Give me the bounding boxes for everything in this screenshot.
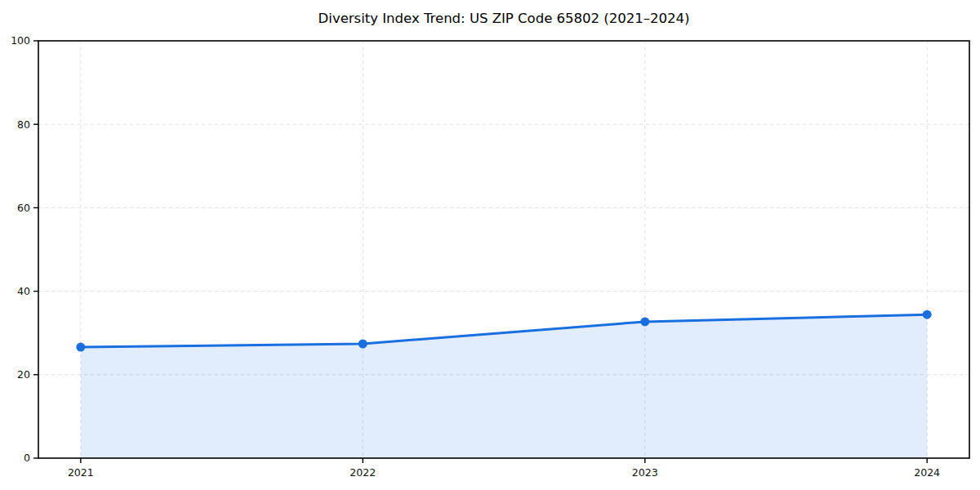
area-fill-path bbox=[81, 314, 927, 458]
line-chart-svg: 0204060801002021202220232024 Diversity I… bbox=[0, 0, 980, 490]
area-fill bbox=[81, 314, 927, 458]
x-tick-label: 2023 bbox=[632, 466, 658, 479]
x-tick-label: 2022 bbox=[350, 466, 376, 479]
chart-title: Diversity Index Trend: US ZIP Code 65802… bbox=[318, 11, 690, 26]
y-tick-label: 40 bbox=[17, 285, 30, 297]
data-point bbox=[923, 310, 932, 319]
diversity-index-trend-chart: 0204060801002021202220232024 Diversity I… bbox=[0, 0, 980, 490]
y-tick-label: 0 bbox=[24, 452, 30, 464]
data-point bbox=[640, 317, 649, 326]
y-tick-label: 80 bbox=[17, 118, 30, 131]
data-point bbox=[359, 339, 368, 348]
y-tick-label: 100 bbox=[11, 34, 30, 47]
x-tick-label: 2021 bbox=[68, 466, 94, 479]
x-tick-label: 2024 bbox=[914, 466, 940, 479]
y-tick-label: 60 bbox=[17, 202, 30, 214]
data-point bbox=[76, 343, 85, 352]
y-tick-label: 20 bbox=[17, 368, 30, 381]
